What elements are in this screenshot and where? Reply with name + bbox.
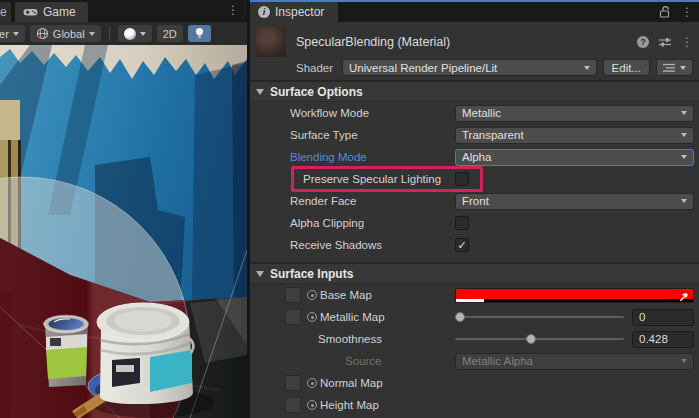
space-label: Global — [53, 28, 85, 40]
row-receive-shadows: Receive Shadows ✓ — [250, 234, 699, 256]
2d-label: 2D — [163, 28, 177, 40]
chevron-down-icon — [680, 66, 686, 70]
object-picker-icon[interactable] — [307, 290, 317, 300]
toolbar-separator — [109, 27, 110, 41]
help-icon[interactable]: ? — [637, 36, 649, 48]
field-label: Normal Map — [320, 377, 383, 389]
metallic-value-field[interactable]: 0 — [632, 309, 694, 326]
tab-partial[interactable]: e — [0, 2, 11, 22]
inspector-panel: i Inspector ⋮ SpecularBlending (Material… — [250, 0, 699, 418]
unity-editor-window: e Game ⋮ ter — [0, 0, 699, 418]
2d-toggle[interactable]: 2D — [157, 25, 183, 42]
paint-can — [44, 315, 89, 387]
lighting-toggle[interactable] — [188, 25, 211, 42]
normal-map-texture-slot[interactable] — [285, 375, 301, 391]
smoothness-slider[interactable] — [455, 330, 624, 348]
chevron-down-icon — [681, 359, 687, 363]
dropdown-value: Front — [462, 195, 681, 207]
receive-shadows-checkbox[interactable]: ✓ — [455, 238, 469, 252]
row-render-face: Render Face Front — [250, 190, 699, 212]
handle-space-dropdown[interactable]: Global — [30, 25, 101, 42]
shading-mode-dropdown[interactable] — [118, 25, 152, 42]
metallic-map-texture-slot[interactable] — [285, 309, 301, 325]
height-map-texture-slot[interactable] — [285, 397, 301, 413]
tab-game-label: Game — [43, 5, 76, 19]
base-map-texture-slot[interactable] — [285, 287, 301, 303]
row-preserve-specular: Preserve Specular Lighting — [250, 168, 699, 190]
chevron-down-icon — [140, 32, 146, 36]
list-icon — [663, 63, 675, 73]
base-map-color-field[interactable] — [455, 288, 694, 303]
field-label: Receive Shadows — [290, 239, 455, 251]
material-menu-icon[interactable]: ⋮ — [681, 36, 693, 48]
slider-knob[interactable] — [526, 334, 536, 344]
foldout-triangle-icon — [256, 89, 264, 95]
presets-icon[interactable] — [658, 36, 672, 48]
section-surface-inputs[interactable]: Surface Inputs — [250, 264, 699, 284]
lightbulb-icon — [194, 27, 205, 40]
section-surface-options[interactable]: Surface Options — [250, 82, 699, 102]
scene-toolbar: ter Global 2D — [0, 22, 247, 45]
tab-inspector-label: Inspector — [275, 5, 324, 19]
blending-mode-dropdown[interactable]: Alpha — [455, 149, 694, 166]
lock-icon[interactable] — [658, 5, 671, 19]
row-base-map: Base Map — [250, 284, 699, 306]
field-label: Alpha Clipping — [290, 217, 455, 229]
surface-type-dropdown[interactable]: Transparent — [455, 127, 694, 144]
field-label: Metallic Map — [320, 311, 385, 323]
row-height-map: Height Map — [250, 394, 699, 416]
shader-value: Universal Render Pipeline/Lit — [349, 62, 584, 74]
chevron-down-icon — [681, 133, 687, 137]
row-smoothness: Smoothness 0.428 — [250, 328, 699, 350]
row-surface-type: Surface Type Transparent — [250, 124, 699, 146]
shader-edit-button[interactable]: Edit... — [603, 59, 650, 76]
render-face-dropdown[interactable]: Front — [455, 193, 694, 210]
source-dropdown: Metallic Alpha — [455, 353, 694, 370]
object-picker-icon[interactable] — [307, 312, 317, 322]
inspector-tab-bar: i Inspector ⋮ — [250, 0, 699, 22]
object-picker-icon[interactable] — [307, 400, 317, 410]
eyedropper-icon[interactable] — [678, 290, 690, 302]
material-title: SpecularBlending (Material) — [296, 35, 627, 49]
material-header: SpecularBlending (Material) ? ⋮ Shader U… — [250, 22, 699, 80]
smoothness-value-field[interactable]: 0.428 — [632, 331, 694, 348]
field-label: Preserve Specular Lighting — [290, 173, 455, 185]
edit-button-label: Edit... — [612, 62, 641, 74]
field-label: Height Map — [320, 399, 379, 411]
dropdown-value: Metallic Alpha — [462, 355, 681, 367]
field-label: Source — [345, 355, 381, 367]
slider-knob[interactable] — [455, 312, 465, 322]
dropdown-value: Alpha — [462, 151, 681, 163]
scene-view-panel: e Game ⋮ ter — [0, 0, 247, 418]
left-tab-bar: e Game ⋮ — [0, 0, 247, 22]
alpha-clipping-checkbox[interactable] — [455, 216, 469, 230]
field-label: Render Face — [290, 195, 455, 207]
field-label: Surface Type — [290, 129, 455, 141]
shader-list-button[interactable] — [656, 59, 693, 76]
inspector-menu-icon[interactable]: ⋮ — [681, 6, 693, 18]
shader-dropdown[interactable]: Universal Render Pipeline/Lit — [342, 59, 597, 76]
field-label: Workflow Mode — [290, 107, 455, 119]
material-preview-thumbnail[interactable] — [256, 27, 286, 57]
paint-bucket — [97, 303, 193, 404]
tab-game[interactable]: Game — [15, 2, 88, 22]
row-workflow-mode: Workflow Mode Metallic — [250, 102, 699, 124]
chevron-down-icon — [681, 199, 687, 203]
left-panel-menu-icon[interactable]: ⋮ — [227, 4, 239, 16]
tab-inspector[interactable]: i Inspector — [250, 2, 338, 22]
dropdown-value: Transparent — [462, 129, 681, 141]
shader-label: Shader — [296, 62, 336, 74]
row-metallic-map: Metallic Map 0 — [250, 306, 699, 328]
pivot-dropdown[interactable]: ter — [0, 25, 25, 42]
section-title: Surface Inputs — [270, 267, 353, 281]
chevron-down-icon — [584, 66, 590, 70]
scene-viewport[interactable] — [0, 45, 247, 418]
object-picker-icon[interactable] — [307, 378, 317, 388]
workflow-mode-dropdown[interactable]: Metallic — [455, 105, 694, 122]
metallic-slider[interactable] — [455, 308, 624, 326]
row-blending-mode: Blending Mode Alpha — [250, 146, 699, 168]
field-label: Smoothness — [318, 333, 382, 345]
field-label: Blending Mode — [290, 151, 455, 163]
preserve-specular-checkbox[interactable] — [455, 172, 469, 186]
chevron-down-icon — [13, 32, 19, 36]
